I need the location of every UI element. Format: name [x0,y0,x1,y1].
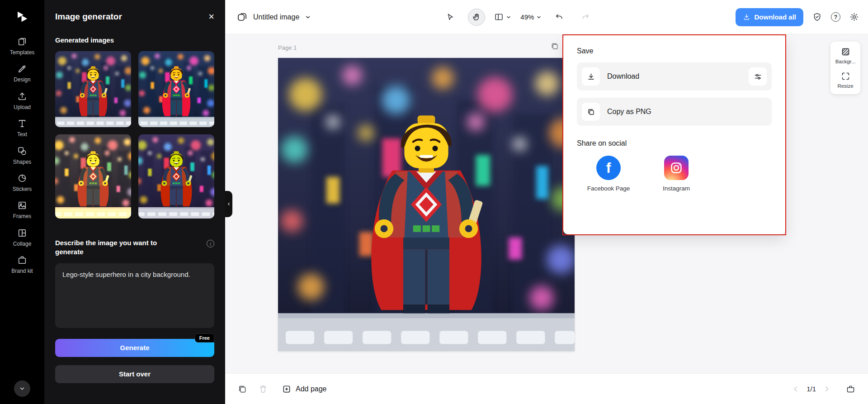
sidebar-item-label: Upload [14,104,31,110]
templates-icon [17,37,27,47]
collage-icon [17,228,27,238]
next-page-icon[interactable] [823,385,830,393]
generated-image-thumbnail[interactable] [138,51,214,127]
chevron-down-icon [506,14,511,20]
panel-title: Image generator [55,12,122,22]
zoom-control[interactable]: 49% [520,13,542,21]
canvas-pages-icon[interactable] [237,12,248,23]
background-icon [841,47,850,57]
sidebar-item-brand-kit[interactable]: Brand kit [0,251,44,278]
shapes-icon [17,146,27,156]
help-icon[interactable]: ? [831,12,840,22]
sidebar-item-label: Shapes [13,159,32,165]
info-icon[interactable]: i [207,240,214,247]
generated-image-thumbnail[interactable] [138,134,214,219]
zoom-value: 49% [520,13,534,21]
background-tool-button[interactable]: Backgr... [835,47,856,64]
settings-gear-icon[interactable] [849,12,859,22]
duplicate-page-button[interactable] [238,385,247,394]
background-tool-label: Backgr... [835,59,856,64]
copy-as-png-label: Copy as PNG [607,108,767,116]
facebook-icon: f [596,156,621,180]
copy-as-png-option[interactable]: Copy as PNG [577,98,772,126]
duplicate-page-icon[interactable] [551,42,559,50]
page-indicator: 1/1 [807,385,816,393]
collapse-rail-button[interactable] [14,380,30,397]
canvas-area: Page 1 Save Download [225,34,868,373]
resize-tool-label: Resize [837,83,853,89]
sidebar-item-collage[interactable]: Collage [0,224,44,251]
resize-icon [841,71,850,81]
upload-icon [17,91,27,101]
layout-view-button[interactable] [494,12,511,22]
download-all-label: Download all [754,13,796,21]
generated-images-grid [55,51,214,219]
copy-icon [582,103,600,121]
layout-icon [494,12,504,22]
generated-images-title: Generated images [55,36,214,44]
instagram-label: Instagram [663,185,690,193]
capcut-logo[interactable] [14,9,30,26]
share-facebook-button[interactable]: f Facebook Page [587,156,630,193]
add-page-icon [282,385,291,394]
app-rail: Templates Design Upload Text Shapes Stic… [0,0,44,404]
generated-image-thumbnail[interactable] [55,134,131,219]
add-page-button[interactable]: Add page [282,385,327,394]
previous-page-icon[interactable] [792,385,799,393]
chevron-down-icon [19,385,25,392]
generated-image-thumbnail[interactable] [55,51,131,127]
share-instagram-button[interactable]: Instagram [655,156,698,193]
free-badge: Free [195,333,214,342]
delete-page-button[interactable] [259,385,268,394]
sidebar-item-label: Text [17,131,27,138]
redo-button[interactable] [577,9,594,26]
add-page-label: Add page [296,385,327,393]
toolbar: Untitled image 49% Download all ? [225,0,868,34]
privacy-shield-icon[interactable] [812,12,822,22]
panel-collapse-handle[interactable] [225,191,232,217]
chevron-left-icon [226,202,231,206]
sidebar-item-text[interactable]: Text [0,114,44,142]
download-icon [743,13,750,21]
select-tool-button[interactable] [442,9,459,26]
sidebar-item-label: Design [14,76,30,83]
sidebar-item-frames[interactable]: Frames [0,196,44,223]
sidebar-item-label: Frames [13,213,32,219]
sidebar-item-templates[interactable]: Templates [0,33,44,60]
chevron-down-icon [536,14,542,20]
prompt-input[interactable]: Lego-style superhero in a city backgroun… [55,263,214,328]
chevron-down-icon[interactable] [305,14,311,20]
sidebar-item-label: Brand kit [11,268,33,274]
text-icon [17,119,27,128]
start-over-button[interactable]: Start over [55,365,214,383]
workspace: Untitled image 49% Download all ? [225,0,868,404]
document-title[interactable]: Untitled image [253,13,299,21]
resize-tool-button[interactable]: Resize [837,71,853,89]
download-option[interactable]: Download [577,62,772,90]
sidebar-item-label: Collage [13,241,32,247]
download-icon [582,67,600,86]
sidebar-item-upload[interactable]: Upload [0,87,44,114]
sidebar-item-design[interactable]: Design [0,60,44,87]
download-settings-sliders-icon[interactable] [749,67,767,86]
prompt-label: Describe the image you want to generate [55,238,182,257]
close-icon[interactable]: × [208,12,214,22]
generate-button[interactable]: Generate [55,339,214,357]
undo-button[interactable] [551,9,568,26]
share-on-social-title: Share on social [577,139,772,147]
save-popup: Save Download Copy as PNG Sh [563,35,785,234]
frames-icon [17,200,27,210]
sidebar-item-shapes[interactable]: Shapes [0,142,44,169]
export-box-icon[interactable] [846,384,855,394]
sidebar-item-label: Stickers [13,186,32,192]
sidebar-item-label: Templates [10,49,35,56]
brand-kit-icon [17,255,27,265]
stickers-icon [17,173,27,183]
image-generator-panel: Image generator × Generated images Descr… [44,0,225,404]
artboard-image[interactable] [278,58,575,351]
hand-tool-button[interactable] [468,9,485,26]
download-option-label: Download [607,72,741,81]
download-all-button[interactable]: Download all [736,8,803,26]
sidebar-item-stickers[interactable]: Stickers [0,169,44,196]
annotation-highlight-box: Save Download Copy as PNG Sh [562,34,786,235]
